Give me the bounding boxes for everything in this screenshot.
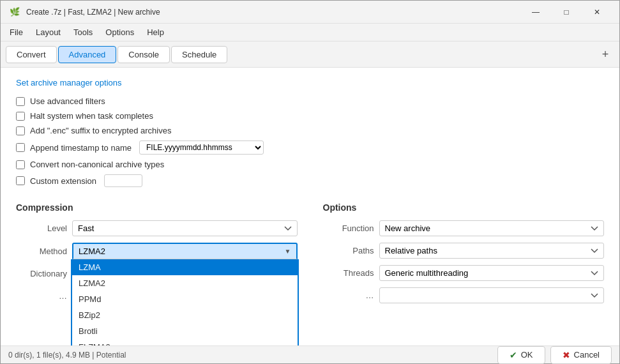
method-option-ppmd[interactable]: PPMd [72, 291, 298, 307]
method-option-lzma[interactable]: LZMA [72, 259, 298, 275]
ok-label: OK [521, 350, 533, 360]
main-window: 🌿 Create .7z | Fast, LZMA2 | New archive… [0, 0, 620, 364]
advanced-filters-checkbox[interactable] [16, 97, 25, 106]
threads-select[interactable]: Generic multithreading 1 2 4 [379, 265, 605, 281]
dim-row: … [323, 287, 605, 303]
app-icon: 🌿 [8, 6, 21, 19]
convert-noncanonical-checkbox[interactable] [16, 160, 25, 169]
method-dropdown-arrow: ▼ [285, 248, 291, 255]
options-column: Options Function New archive Add to exis… [323, 202, 605, 310]
menu-file[interactable]: File [3, 25, 29, 40]
schedule-button[interactable]: Schedule [171, 46, 227, 63]
custom-ext-checkbox[interactable] [16, 176, 25, 185]
method-selected-value: LZMA2 [79, 246, 105, 256]
advanced-button[interactable]: Advanced [58, 46, 117, 63]
level-label: Level [16, 224, 67, 233]
statusbar-info: 0 dir(s), 1 file(s), 4.9 MB | Potential [8, 351, 126, 360]
timestamp-checkbox[interactable] [16, 143, 25, 152]
cancel-x-icon: ✖ [563, 350, 570, 360]
method-option-bzip2[interactable]: BZip2 [72, 307, 298, 323]
timestamp-select[interactable]: FILE.yyyymmdd.hhmmss FILE.yyyymmdd FILE.… [139, 140, 264, 155]
content-area: Set archive manager options Use advanced… [1, 68, 619, 345]
level-row: Level Store Fastest Fast Normal Maximum … [16, 220, 298, 236]
menu-tools[interactable]: Tools [67, 25, 99, 40]
checkbox-row-4: Append timestamp to name FILE.yyyymmdd.h… [16, 140, 604, 155]
paths-label: Paths [323, 246, 374, 255]
menu-help[interactable]: Help [140, 25, 170, 40]
console-button[interactable]: Console [117, 46, 170, 63]
toolbar: Convert Advanced Console Schedule + [1, 42, 619, 68]
window-title: Create .7z | Fast, LZMA2 | New archive [26, 8, 521, 17]
ellipsis-label: … [16, 291, 67, 301]
ok-check-icon: ✔ [510, 350, 517, 360]
two-columns: Compression Level Store Fastest Fast Nor… [16, 202, 604, 310]
titlebar: 🌿 Create .7z | Fast, LZMA2 | New archive… [1, 1, 619, 24]
halt-system-label: Halt system when task completes [30, 111, 153, 121]
titlebar-controls: — □ ✕ [521, 2, 612, 22]
compression-column: Compression Level Store Fastest Fast Nor… [16, 202, 298, 310]
dim-select[interactable] [379, 287, 605, 303]
threads-label: Threads [323, 268, 374, 278]
custom-ext-label: Custom extension [30, 176, 96, 186]
statusbar-buttons: ✔ OK ✖ Cancel [497, 346, 612, 364]
maximize-button[interactable]: □ [552, 2, 581, 22]
enc-suffix-label: Add ".enc" suffix to encrypted archives [30, 126, 171, 135]
enc-suffix-checkbox[interactable] [16, 126, 25, 135]
options-title: Options [323, 202, 605, 213]
halt-system-checkbox[interactable] [16, 112, 25, 121]
method-label: Method [16, 246, 67, 256]
level-select[interactable]: Store Fastest Fast Normal Maximum Ultra [72, 220, 298, 236]
convert-button[interactable]: Convert [6, 46, 57, 63]
compression-title: Compression [16, 202, 298, 213]
paths-row: Paths Relative paths Absolute paths No p… [323, 243, 605, 259]
minimize-button[interactable]: — [521, 2, 550, 22]
dictionary-label: Dictionary [16, 269, 67, 278]
paths-select[interactable]: Relative paths Absolute paths No paths [379, 243, 605, 259]
advanced-filters-label: Use advanced filters [30, 96, 105, 106]
archive-manager-link[interactable]: Set archive manager options [16, 78, 121, 87]
close-button[interactable]: ✕ [582, 2, 612, 22]
checkbox-row-2: Halt system when task completes [16, 111, 604, 121]
options-checkboxes: Use advanced filters Halt system when ta… [16, 96, 604, 187]
method-dropdown-list: LZMA LZMA2 PPMd BZip2 Brotli FLZMA2 Liza… [71, 259, 299, 345]
statusbar: 0 dir(s), 1 file(s), 4.9 MB | Potential … [1, 345, 619, 363]
ok-button[interactable]: ✔ OK [497, 346, 545, 364]
threads-row: Threads Generic multithreading 1 2 4 [323, 265, 605, 281]
custom-ext-input[interactable] [104, 174, 142, 187]
add-button[interactable]: + [596, 45, 614, 63]
method-row: Method LZMA2 ▼ LZMA LZMA2 PPMd BZip2 Bro… [16, 243, 298, 259]
menu-options[interactable]: Options [99, 25, 140, 40]
function-select[interactable]: New archive Add to existing Update [379, 220, 605, 236]
checkbox-row-6: Custom extension [16, 174, 604, 187]
cancel-label: Cancel [574, 350, 600, 360]
function-row: Function New archive Add to existing Upd… [323, 220, 605, 236]
method-option-brotli[interactable]: Brotli [72, 323, 298, 339]
method-option-lzma2[interactable]: LZMA2 [72, 275, 298, 291]
menu-layout[interactable]: Layout [29, 25, 67, 40]
method-option-flzma2[interactable]: FLZMA2 [72, 339, 298, 345]
timestamp-label: Append timestamp to name [30, 143, 132, 153]
checkbox-row-1: Use advanced filters [16, 96, 604, 106]
dim-label: … [323, 291, 374, 300]
checkbox-row-5: Convert non-canonical archive types [16, 160, 604, 169]
cancel-button[interactable]: ✖ Cancel [550, 346, 612, 364]
method-dropdown-header[interactable]: LZMA2 ▼ [72, 243, 298, 259]
menubar: File Layout Tools Options Help [1, 24, 619, 42]
checkbox-row-3: Add ".enc" suffix to encrypted archives [16, 126, 604, 135]
function-label: Function [323, 224, 374, 233]
method-dropdown-container: LZMA2 ▼ LZMA LZMA2 PPMd BZip2 Brotli FLZ… [72, 243, 298, 259]
convert-noncanonical-label: Convert non-canonical archive types [30, 160, 164, 169]
